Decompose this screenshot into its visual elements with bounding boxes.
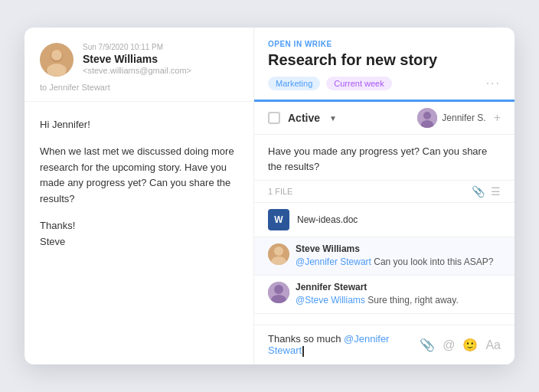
sender-row: Sun 7/9/2020 10:11 PM Steve Williams <st… <box>40 43 238 77</box>
comment-content: Steve Williams @Jennifer Stewart Can you… <box>296 243 493 269</box>
attach-tool-icon[interactable]: 📎 <box>420 338 435 352</box>
email-paragraph: When we last met we discussed doing more… <box>40 144 238 207</box>
word-icon: W <box>268 209 289 230</box>
email-thanks: Thanks! <box>40 218 238 234</box>
reply-text-content: Thanks so much <box>268 333 344 345</box>
sender-email: <steve.williams@gmail.com> <box>83 66 191 75</box>
comment-avatar-steve <box>268 243 289 265</box>
format-tool-icon[interactable]: Aa <box>485 338 501 352</box>
to-line: to Jennifer Stewart <box>40 83 238 92</box>
file-name[interactable]: New-ideas.doc <box>297 214 358 225</box>
file-row: 1 FILE 📎 ☰ <box>254 181 514 203</box>
open-in-wrike-link[interactable]: OPEN IN WRIKE <box>268 40 501 48</box>
email-signature: Thanks! Steve <box>40 218 238 250</box>
comment-content: Jennifer Stewart @Steve Williams Sure th… <box>296 282 459 307</box>
status-checkbox[interactable] <box>268 112 280 124</box>
attachment-row: W New-ideas.doc <box>254 203 514 237</box>
file-count: 1 FILE <box>268 187 292 196</box>
email-body: Hi Jennifer! When we last met we discuss… <box>24 102 253 364</box>
more-options-icon[interactable]: ··· <box>486 77 501 90</box>
mention-tool-icon[interactable]: @ <box>443 338 455 352</box>
email-greeting: Hi Jennifer! <box>40 117 238 133</box>
comment-item: Jennifer Stewart @Steve Williams Sure th… <box>254 276 514 314</box>
svg-point-3 <box>51 50 62 60</box>
comment-author: Jennifer Stewart <box>296 282 459 292</box>
sender-date: Sun 7/9/2020 10:11 PM <box>83 43 191 51</box>
file-action-icons: 📎 ☰ <box>472 185 501 198</box>
comment-text: @Jennifer Stewart Can you look into this… <box>296 256 493 269</box>
comment-body: Sure thing, right away. <box>368 295 459 305</box>
status-chevron-icon[interactable]: ▼ <box>329 114 337 122</box>
task-header: OPEN IN WRIKE Research for new story Mar… <box>254 28 514 100</box>
email-header: Sun 7/9/2020 10:11 PM Steve Williams <st… <box>24 28 253 102</box>
comment-body: Can you look into this ASAP? <box>374 256 493 267</box>
main-card: Sun 7/9/2020 10:11 PM Steve Williams <st… <box>24 28 514 364</box>
tag-current-week[interactable]: Current week <box>326 77 391 90</box>
task-description: Have you made any progress yet? Can you … <box>254 135 514 181</box>
list-icon[interactable]: ☰ <box>491 185 501 198</box>
attach-icon[interactable]: 📎 <box>472 185 485 198</box>
assignee-name: Jennifer S. <box>442 113 485 123</box>
tag-marketing[interactable]: Marketing <box>268 77 320 90</box>
sender-name: Steve Williams <box>83 53 191 65</box>
svg-point-6 <box>423 112 431 119</box>
emoji-tool-icon[interactable]: 🙂 <box>462 338 478 352</box>
reply-box[interactable]: Thanks so much @Jennifer Stewart 📎 @ 🙂 A… <box>254 325 514 364</box>
task-panel: OPEN IN WRIKE Research for new story Mar… <box>254 28 514 364</box>
reply-cursor <box>302 346 304 357</box>
sender-info: Sun 7/9/2020 10:11 PM Steve Williams <st… <box>83 43 191 75</box>
svg-point-9 <box>274 247 283 256</box>
reply-input[interactable]: Thanks so much @Jennifer Stewart <box>268 333 413 357</box>
svg-point-12 <box>274 285 283 294</box>
email-sign: Steve <box>40 234 238 250</box>
email-panel: Sun 7/9/2020 10:11 PM Steve Williams <st… <box>24 28 254 364</box>
tags-row: Marketing Current week ··· <box>268 77 501 90</box>
comment-author: Steve Williams <box>296 243 493 254</box>
sender-avatar <box>40 43 74 77</box>
comments-section: Steve Williams @Jennifer Stewart Can you… <box>254 237 514 325</box>
add-assignee-button[interactable]: + <box>494 111 501 125</box>
reply-tools: 📎 @ 🙂 Aa <box>420 338 501 352</box>
comment-avatar-jennifer <box>268 282 289 303</box>
assignee-row: Jennifer S. + <box>417 108 501 128</box>
comment-text: @Steve Williams Sure thing, right away. <box>296 294 459 307</box>
task-title: Research for new story <box>268 51 501 69</box>
comment-mention: @Steve Williams <box>296 295 365 305</box>
assignee-avatar <box>417 108 437 128</box>
comment-item: Steve Williams @Jennifer Stewart Can you… <box>254 237 514 276</box>
status-label: Active <box>288 112 320 124</box>
comment-mention: @Jennifer Stewart <box>296 256 371 267</box>
task-status-row: Active ▼ Jennifer S. + <box>254 100 514 135</box>
